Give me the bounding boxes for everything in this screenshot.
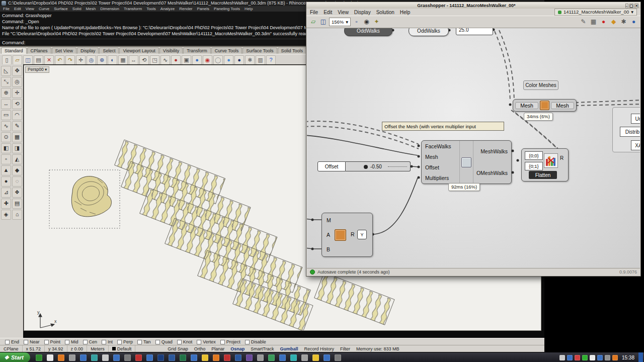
rhino-menu-help[interactable]: Help [245,6,253,12]
taskbar-app-icon-20[interactable] [257,354,264,361]
osnap-toggle-cen[interactable]: Cen [83,339,98,344]
rhino-menu-curve[interactable]: Curve [39,6,49,12]
status-toggle-gumball[interactable]: Gumball [277,345,301,352]
taskbar-app-icon-17[interactable] [224,354,230,361]
close-button[interactable]: ✕ [634,4,638,8]
rhino-menu-dimension[interactable]: Dimension [100,6,119,12]
shaded-preview-icon[interactable]: ● [599,18,608,26]
osnap-toggle-vertex[interactable]: Vertex [197,339,216,344]
rhino-menu-tools[interactable]: Tools [146,6,156,12]
osnap-toggle-knot[interactable]: Knot [177,339,193,344]
rhino-sidebar-icon-13[interactable]: ▦ [12,132,22,142]
rhino-toolbar-icon-13[interactable]: ⟲ [139,55,149,65]
rhino-sidebar-icon-1[interactable]: ✥ [12,66,22,76]
blue-sphere-icon[interactable]: ● [629,18,638,26]
rhino-toolbar-icon-10[interactable]: ◐ [108,55,117,65]
rhino-toolbar-icon-14[interactable]: ◳ [150,55,159,65]
rhino-toolbar-icon-19[interactable]: ◉ [203,55,212,65]
taskbar-app-icon-21[interactable] [268,354,275,361]
rhino-toolbar-icon-15[interactable]: ∿ [160,55,170,65]
panel-param-r[interactable]: R [560,155,564,161]
osnap-toggle-point[interactable]: Point [44,339,61,344]
taskbar-app-icon-3[interactable] [69,354,75,361]
gh-menu-edit[interactable]: Edit [324,10,332,15]
rhino-menu-solid[interactable]: Solid [72,6,82,12]
document-selector[interactable]: 141112_MacroMeshWalker_00▾ [554,9,637,16]
osnap-checkbox[interactable] [117,340,122,344]
toolbar-tab-set-view[interactable]: Set View [52,47,76,54]
gh-menu-file[interactable]: File [310,10,318,15]
osnap-toggle-end[interactable]: End [5,339,19,344]
toolbar-tab-surface-tools[interactable]: Surface Tools [243,47,277,54]
rhino-menu-transform[interactable]: Transform [124,6,142,12]
show-desktop-button[interactable] [638,352,643,362]
rhino-toolbar-icon-5[interactable]: ↶ [55,55,64,65]
open-file-icon[interactable]: ▱ [309,18,317,26]
rhino-sidebar-icon-6[interactable]: ↔ [1,99,11,109]
sketch-icon[interactable]: ✎ [579,18,588,26]
taskbar-app-icon-22[interactable] [279,354,286,361]
rhino-menu-view[interactable]: View [26,6,34,12]
walker-output-meshwalks[interactable]: MeshWalks [480,148,508,154]
rhino-menu-edit[interactable]: Edit [14,6,21,12]
toolbar-tab-standard[interactable]: Standard [1,47,27,54]
combiner-output-r[interactable]: R [351,231,355,237]
tray-icon-7[interactable] [612,355,618,360]
rhino-sidebar-icon-14[interactable]: ◧ [1,143,11,153]
tray-icon-0[interactable] [559,355,565,360]
osnap-checkbox[interactable] [245,340,250,344]
rhino-menu-surface[interactable]: Surface [54,6,68,12]
status-toggle-smarttrack[interactable]: SmartTrack [248,345,277,352]
osnap-toggle-perp[interactable]: Perp [117,339,133,344]
taskbar-app-icon-27[interactable] [335,354,341,361]
rhino-sidebar-icon-18[interactable]: ▲ [1,165,11,175]
gh-menu-view[interactable]: View [338,10,349,15]
osnap-toggle-mid[interactable]: Mid [65,339,78,344]
osnap-checkbox[interactable] [102,340,106,344]
mesh-input-param[interactable]: Mesh [515,102,538,109]
rhino-toolbar-icon-21[interactable]: ● [224,55,233,65]
component-oddwalks-2[interactable]: OddWalks [409,28,449,36]
rhino-sidebar-icon-17[interactable]: ◭ [12,154,22,164]
taskbar-app-icon-13[interactable] [180,354,186,361]
viewport-title-tab[interactable]: Persp00 ▾ [25,66,49,73]
osnap-checkbox[interactable] [220,340,225,344]
rhino-sidebar-icon-9[interactable]: ◠ [12,110,22,120]
taskbar-clock[interactable]: 15:38 [620,355,636,360]
combiner-modifier-icon[interactable]: Y [357,230,367,239]
rhino-sidebar-icon-0[interactable]: ◺ [1,66,11,76]
status-toggle-record-history[interactable]: Record History [301,345,337,352]
rhino-toolbar-icon-6[interactable]: ↷ [65,55,75,65]
taskbar-app-icon-19[interactable] [246,354,253,361]
maximize-button[interactable]: ▢ [629,4,634,8]
rhino-sidebar-icon-3[interactable]: ◎ [12,77,22,87]
wireframe-preview-icon[interactable]: ▦ [589,18,598,26]
mesh-output-param[interactable]: Mesh [551,102,574,109]
tray-icon-2[interactable] [575,355,580,360]
rhino-sidebar-icon-22[interactable]: ⊿ [1,188,11,198]
gh-menu-display[interactable]: Display [354,10,371,15]
osnap-checkbox[interactable] [197,340,201,344]
taskbar-app-icon-26[interactable] [324,354,330,361]
rhino-toolbar-icon-3[interactable]: ▤ [34,55,43,65]
rhino-sidebar-icon-25[interactable]: ▤ [12,199,22,209]
osnap-checkbox[interactable] [137,340,142,344]
wand-icon[interactable]: ✦ [372,18,381,26]
taskbar-app-icon-0[interactable] [36,354,42,361]
rhino-sidebar-icon-7[interactable]: ⟲ [12,99,22,109]
osnap-checkbox[interactable] [83,340,88,344]
toolbar-tab-curve-tools[interactable]: Curve Tools [211,47,242,54]
taskbar-app-icon-9[interactable] [135,354,142,361]
clipped-component-un[interactable]: Un [631,114,640,124]
status-toggle-osnap[interactable]: Osnap [227,345,248,352]
osnap-checkbox[interactable] [24,340,28,344]
rhino-toolbar-icon-1[interactable]: ▱ [13,55,22,65]
tray-icon-3[interactable] [582,355,588,360]
status-toggle-ortho[interactable]: Ortho [191,345,209,352]
grasshopper-titlebar[interactable]: Grasshopper - 141112_MacroMeshWalker_00*… [306,2,640,9]
gh-menu-solution[interactable]: Solution [376,10,394,15]
osnap-toggle-quad[interactable]: Quad [155,339,173,344]
rhino-sidebar-icon-24[interactable]: ✚ [1,199,11,209]
group-label-color-meshes[interactable]: Color Meshes [523,80,558,90]
rhino-sidebar-icon-16[interactable]: ▫ [1,154,11,164]
